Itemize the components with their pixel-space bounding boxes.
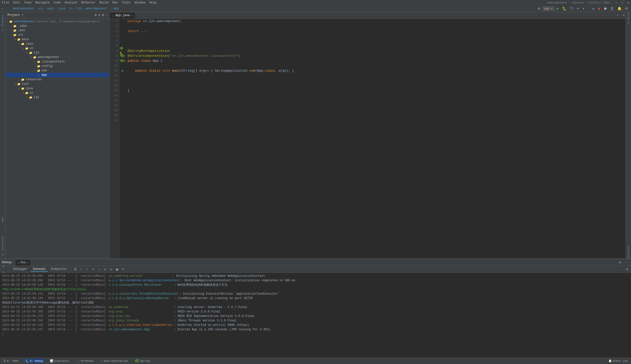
log-class-2[interactable]: w.s.c.ServletWebServerApplicationContext <box>107 278 180 283</box>
tree-cn[interactable]: ▾ 📁 cn <box>6 46 109 50</box>
panel-gear-icon[interactable]: ≡ <box>98 13 100 17</box>
record-button[interactable]: ⏺ <box>602 6 608 11</box>
tree-webcomponent-sub[interactable]: ▾ 📁 webcomponent <box>6 55 109 60</box>
panel-settings-icon[interactable]: ⚙ <box>102 13 104 17</box>
tree-resources[interactable]: › 📁 resources <box>6 77 109 82</box>
debug-stop2-icon[interactable]: ✕ <box>108 266 114 272</box>
debug-format-icon[interactable]: ↕ <box>97 266 102 272</box>
tree-test-java[interactable]: ▾ 📁 java <box>6 86 109 91</box>
more-run-button[interactable]: ▾ <box>582 6 586 11</box>
maximize-button[interactable]: □ <box>621 1 623 4</box>
log-class-12[interactable]: o.s.b.w.e.undertow.UndertowWebServer <box>107 323 173 327</box>
breadcrumb-main[interactable]: main <box>47 7 54 10</box>
breadcrumb-app[interactable]: App <box>114 7 119 10</box>
spring-boot-gutter-icon[interactable]: 🌿🐛 <box>120 48 126 54</box>
menu-window[interactable]: Window <box>135 1 145 4</box>
right-sidebar-icon-1[interactable]: Z: Structure <box>626 13 631 17</box>
tree-test-ljh[interactable]: › 📁 ljh <box>6 95 109 100</box>
status-spring[interactable]: 🌿 Spring <box>133 358 151 364</box>
tree-idea[interactable]: › 📁 .idea <box>6 24 109 28</box>
status-debug[interactable]: 🐛 5: Debug <box>24 359 44 363</box>
coverage-button[interactable]: 🛡 <box>569 6 574 11</box>
back-icon[interactable]: ← <box>2 7 4 11</box>
editor-scroll-right[interactable]: ▸ <box>615 14 621 17</box>
forward-icon[interactable]: → <box>5 7 7 11</box>
class-gutter-icon[interactable]: 🌿▶ <box>120 58 126 64</box>
code-editor[interactable]: 1 2 3 4 5 6 7 8 9 10 11 12 13 14 15 16 1… <box>110 19 625 258</box>
log-class-6[interactable]: o.s.b.d.a.OptionalLiveReloadServer <box>107 296 173 300</box>
tree-root[interactable]: ▾ 📁 webcomponent sources root, F:\myCode… <box>6 19 109 24</box>
status-statistic[interactable]: 📊 Statistic <box>48 359 71 363</box>
favorites-tab[interactable]: 2: Favorites <box>1 234 5 258</box>
servlet-scan-gutter-icon[interactable]: 🌿▶ <box>120 54 126 58</box>
notifications-icon[interactable]: 🔔 <box>616 6 622 11</box>
menu-build[interactable]: Build <box>100 1 108 4</box>
editor-tab-app[interactable]: ☕ App.java ✕ <box>110 12 135 18</box>
log-class-13[interactable]: cn.ljh.webcomponent.App <box>107 327 173 332</box>
debug-scroll-up-icon[interactable]: ↑ <box>79 266 84 272</box>
status-todo[interactable]: ☰ 6: TODO <box>2 359 20 363</box>
debug-maximize-icon[interactable]: ⊡ <box>624 266 630 272</box>
tree-app-file[interactable]: ☕ App <box>6 73 109 77</box>
tree-ljh[interactable]: ▾ 📁 ljh <box>6 50 109 55</box>
menu-run[interactable]: Run <box>112 1 118 4</box>
log-class-10[interactable]: org.xnio.nio <box>107 314 173 318</box>
breadcrumb-webcomponent2[interactable]: webcomponent <box>86 7 107 10</box>
menu-file[interactable]: File <box>2 1 9 4</box>
menu-tools[interactable]: Tools <box>122 1 131 4</box>
breadcrumb-java[interactable]: java <box>58 7 65 10</box>
tree-test[interactable]: ▾ 📁 test <box>6 82 109 86</box>
debug-minimize-icon[interactable]: ─ <box>623 260 629 265</box>
tree-web[interactable]: › 📁 web <box>6 68 109 73</box>
run-config-dropdown[interactable]: App ▾ <box>543 6 554 11</box>
web-tab[interactable]: Web <box>1 215 5 224</box>
menu-refactor[interactable]: Refactor <box>81 1 96 4</box>
event-log-item[interactable]: 📋 Event Log <box>607 359 629 363</box>
translate-button[interactable]: 文 <box>609 6 615 12</box>
breadcrumb-cn[interactable]: cn <box>69 7 72 10</box>
menu-edit[interactable]: Edit <box>13 1 20 4</box>
debug-table-icon[interactable]: ▦ <box>114 266 120 272</box>
run-button[interactable]: ▶ <box>556 6 560 11</box>
menu-help[interactable]: Help <box>149 1 157 4</box>
debug-settings-icon[interactable]: ⚙ <box>617 260 622 265</box>
debug-pin-icon[interactable]: ⇌ <box>102 266 108 272</box>
code-content[interactable]: package cn.ljh.webcomponent; import ... … <box>126 19 625 258</box>
tree-config[interactable]: › 📁 config <box>6 64 109 68</box>
run-gutter-icon[interactable]: ▶ <box>120 68 126 73</box>
tab-close-icon[interactable]: ✕ <box>131 14 133 17</box>
tree-src[interactable]: ▾ 📁 src <box>6 33 109 37</box>
stop-button[interactable]: ■ <box>597 6 601 11</box>
panel-sync-icon[interactable]: ⊕ <box>95 13 97 17</box>
vcs-icon[interactable]: ⛁ <box>624 6 629 11</box>
close-button[interactable]: ✕ <box>627 1 629 5</box>
debug-filter-icon[interactable]: ☰ <box>73 266 78 272</box>
console-output[interactable]: 2023-08-25 14:03:09.094 INFO 16716 --- [… <box>0 273 631 358</box>
tree-main[interactable]: ▾ 📁 main <box>6 37 109 42</box>
breadcrumb-webcomponent[interactable]: webcomponent <box>13 7 34 10</box>
split-editor-icon[interactable]: ⊞ <box>622 14 625 17</box>
debug-tab-endpoints[interactable]: Endpoints <box>48 267 70 272</box>
menu-analyze[interactable]: Analyze <box>65 1 77 4</box>
tree-java[interactable]: ▾ 📁 java <box>6 42 109 46</box>
log-class-1[interactable]: io.undertow.servlet <box>107 274 171 278</box>
tree-classpathtest[interactable]: › 📁 classpathtest <box>6 60 109 64</box>
log-class-3[interactable]: c.l.w.classpathtest.MyListener <box>107 283 173 287</box>
breadcrumb-src[interactable]: src <box>38 7 44 10</box>
status-terminal[interactable]: ⬛ Terminal <box>74 359 95 363</box>
debug-tab-debugger[interactable]: Debugger <box>11 267 30 272</box>
log-class-11[interactable]: org.jboss.threads <box>107 318 173 323</box>
update-button[interactable]: ↻ <box>591 6 595 11</box>
tree-mvn[interactable]: › 📁 .mvn <box>6 28 109 33</box>
panel-close-icon[interactable]: ─ <box>105 13 107 17</box>
menu-code[interactable]: Code <box>54 1 61 4</box>
settings-icon[interactable]: ⚙ <box>537 6 541 11</box>
log-class-9[interactable]: org.xnio <box>107 310 173 314</box>
tree-test-cn[interactable]: ▾ 📁 cn <box>6 91 109 95</box>
debug-run-button[interactable]: 🐛 <box>561 6 567 11</box>
profile-button[interactable]: ⊙ <box>576 6 580 11</box>
minimize-button[interactable]: ─ <box>616 1 617 4</box>
menu-view[interactable]: View <box>24 1 32 4</box>
right-sidebar-notifications[interactable]: Notifications <box>626 253 631 258</box>
debug-resume-icon[interactable]: ▶ <box>1 264 7 269</box>
